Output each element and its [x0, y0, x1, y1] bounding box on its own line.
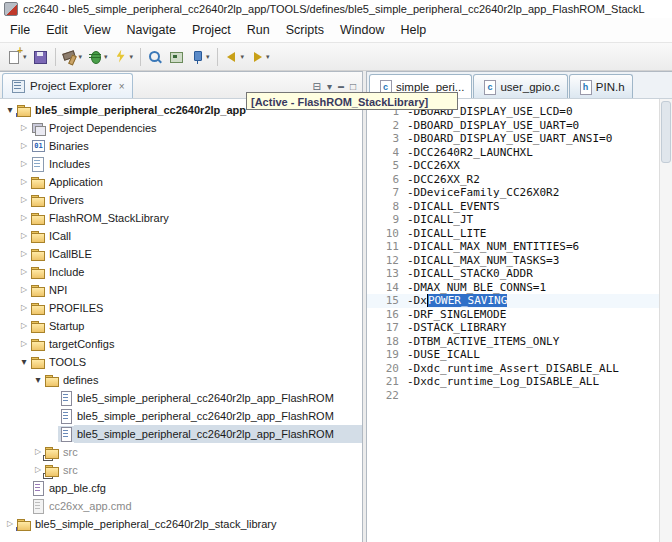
collapsed-arrow-icon[interactable] — [18, 173, 30, 191]
expanded-arrow-icon[interactable] — [32, 371, 44, 389]
collapsed-arrow-icon[interactable] — [18, 119, 30, 137]
editor-line-16[interactable]: 16-DRF_SINGLEMODE — [367, 308, 659, 322]
tree-item-project-dependencies[interactable]: Project Dependencies — [0, 119, 362, 137]
menu-scripts[interactable]: Scripts — [278, 20, 332, 40]
editor-line-4[interactable]: 4-DCC2640R2_LAUNCHXL — [367, 146, 659, 160]
menu-help[interactable]: Help — [392, 20, 434, 40]
menu-file[interactable]: File — [2, 20, 38, 40]
overview-ruler[interactable] — [659, 99, 672, 542]
collapsed-arrow-icon[interactable] — [18, 317, 30, 335]
expanded-arrow-icon[interactable] — [4, 101, 16, 119]
editor-content[interactable]: 1-DBOARD_DISPLAY_USE_LCD=02-DBOARD_DISPL… — [367, 99, 659, 542]
tree-item-ble5-simple-peripheral-cc2640r2lp-app-flas[interactable]: ble5_simple_peripheral_cc2640r2lp_app_Fl… — [0, 389, 362, 407]
editor-line-22[interactable]: 22 — [367, 389, 659, 403]
collapsed-arrow-icon[interactable] — [4, 515, 16, 533]
editor-line-5[interactable]: 5-DCC26XX — [367, 159, 659, 173]
pin-button[interactable] — [187, 45, 212, 69]
editor-line-2[interactable]: 2-DBOARD_DISPLAY_USE_UART=0 — [367, 119, 659, 133]
save-button[interactable] — [30, 45, 50, 69]
tree-item-binaries[interactable]: Binaries — [0, 137, 362, 155]
tree-item-include[interactable]: Include — [0, 263, 362, 281]
tree-item-tools[interactable]: TOOLS — [0, 353, 362, 371]
menu-view[interactable]: View — [76, 20, 119, 40]
new-target-config-button[interactable] — [166, 45, 186, 69]
new-file-button[interactable] — [4, 45, 29, 69]
editor-line-20[interactable]: 20-Dxdc_runtime_Assert_DISABLE_ALL — [367, 362, 659, 376]
editor-line-15[interactable]: 15-DxPOWER_SAVING — [367, 294, 659, 308]
maximize-icon[interactable] — [350, 82, 356, 92]
tree-item-defines[interactable]: defines — [0, 371, 362, 389]
tree-item-cc26xx-app-cmd[interactable]: cc26xx_app.cmd — [0, 497, 362, 515]
flash-button[interactable] — [111, 45, 136, 69]
collapsed-arrow-icon[interactable] — [18, 299, 30, 317]
dropdown-arrow-icon[interactable] — [266, 53, 270, 61]
collapsed-arrow-icon[interactable] — [18, 245, 30, 263]
menu-navigate[interactable]: Navigate — [119, 20, 184, 40]
expanded-arrow-icon[interactable] — [18, 353, 30, 371]
back-button[interactable] — [222, 45, 247, 69]
editor-line-6[interactable]: 6-DCC26XX_R2 — [367, 173, 659, 187]
editor-line-17[interactable]: 17-DSTACK_LIBRARY — [367, 321, 659, 335]
editor-line-11[interactable]: 11-DICALL_MAX_NUM_ENTITIES=6 — [367, 240, 659, 254]
dropdown-arrow-icon[interactable] — [241, 53, 245, 61]
tab-project-explorer[interactable]: Project Explorer — [2, 73, 133, 98]
collapse-all-icon[interactable] — [313, 82, 321, 92]
editor-tab-pin-h[interactable]: PIN.h — [569, 74, 633, 98]
tree-item-flashrom-stacklibrary[interactable]: FlashROM_StackLibrary — [0, 209, 362, 227]
tree-item-application[interactable]: Application — [0, 173, 362, 191]
tree-item-drivers[interactable]: Drivers — [0, 191, 362, 209]
menu-run[interactable]: Run — [239, 20, 278, 40]
tree-item-src[interactable]: src — [0, 443, 362, 461]
collapsed-arrow-icon[interactable] — [18, 209, 30, 227]
tree-item-icallble[interactable]: ICallBLE — [0, 245, 362, 263]
collapsed-arrow-icon[interactable] — [18, 335, 30, 353]
editor-line-8[interactable]: 8-DICALL_EVENTS — [367, 200, 659, 214]
editor-tab-user-gpio-c[interactable]: user_gpio.c — [473, 74, 567, 98]
collapsed-arrow-icon[interactable] — [32, 443, 44, 461]
editor-line-19[interactable]: 19-DUSE_ICALL — [367, 348, 659, 362]
editor-line-3[interactable]: 3-DBOARD_DISPLAY_USE_UART_ANSI=0 — [367, 132, 659, 146]
dropdown-arrow-icon[interactable] — [104, 53, 108, 61]
tree-item-npi[interactable]: NPI — [0, 281, 362, 299]
tree-item-startup[interactable]: Startup — [0, 317, 362, 335]
tree-item-includes[interactable]: Includes — [0, 155, 362, 173]
editor-line-18[interactable]: 18-DTBM_ACTIVE_ITEMS_ONLY — [367, 335, 659, 349]
tree-item-ble5-simple-peripheral-cc2640r2lp-stack-li[interactable]: ble5_simple_peripheral_cc2640r2lp_stack_… — [0, 515, 362, 533]
tree-item-targetconfigs[interactable]: targetConfigs — [0, 335, 362, 353]
tree-item-app-ble-cfg[interactable]: app_ble.cfg — [0, 479, 362, 497]
collapsed-arrow-icon[interactable] — [18, 263, 30, 281]
editor-line-13[interactable]: 13-DICALL_STACK0_ADDR — [367, 267, 659, 281]
dropdown-arrow-icon[interactable] — [206, 53, 210, 61]
collapsed-arrow-icon[interactable] — [18, 281, 30, 299]
search-button[interactable] — [145, 45, 165, 69]
collapsed-arrow-icon[interactable] — [18, 191, 30, 209]
menu-edit[interactable]: Edit — [38, 20, 76, 40]
editor-line-14[interactable]: 14-DMAX_NUM_BLE_CONNS=1 — [367, 281, 659, 295]
tree-item-icall[interactable]: ICall — [0, 227, 362, 245]
tree-item-src[interactable]: src — [0, 461, 362, 479]
editor-line-7[interactable]: 7-DDeviceFamily_CC26X0R2 — [367, 186, 659, 200]
collapsed-arrow-icon[interactable] — [18, 155, 30, 173]
collapsed-arrow-icon[interactable] — [32, 461, 44, 479]
close-icon[interactable] — [119, 81, 125, 92]
editor-line-10[interactable]: 10-DICALL_LITE — [367, 227, 659, 241]
dropdown-arrow-icon[interactable] — [79, 53, 83, 61]
tree-item-ble5-simple-peripheral-cc2640r2lp-app-flas[interactable]: ble5_simple_peripheral_cc2640r2lp_app_Fl… — [0, 407, 362, 425]
forward-button[interactable] — [247, 45, 272, 69]
scrollbar-thumb[interactable] — [661, 101, 671, 163]
editor-line-9[interactable]: 9-DICALL_JT — [367, 213, 659, 227]
dropdown-arrow-icon[interactable] — [130, 53, 134, 61]
view-menu-icon[interactable] — [327, 82, 332, 92]
dropdown-arrow-icon[interactable] — [23, 53, 27, 61]
editor-line-12[interactable]: 12-DICALL_MAX_NUM_TASKS=3 — [367, 254, 659, 268]
debug-button[interactable] — [85, 45, 110, 69]
editor-line-21[interactable]: 21-Dxdc_runtime_Log_DISABLE_ALL — [367, 375, 659, 389]
collapsed-arrow-icon[interactable] — [18, 227, 30, 245]
build-button[interactable] — [60, 45, 85, 69]
menu-project[interactable]: Project — [184, 20, 239, 40]
menu-window[interactable]: Window — [332, 20, 392, 40]
toolbar-separator — [140, 48, 141, 66]
tree-item-ble5-simple-peripheral-cc2640r2lp-app-flas[interactable]: ble5_simple_peripheral_cc2640r2lp_app_Fl… — [0, 425, 362, 443]
collapsed-arrow-icon[interactable] — [18, 137, 30, 155]
tree-item-profiles[interactable]: PROFILES — [0, 299, 362, 317]
